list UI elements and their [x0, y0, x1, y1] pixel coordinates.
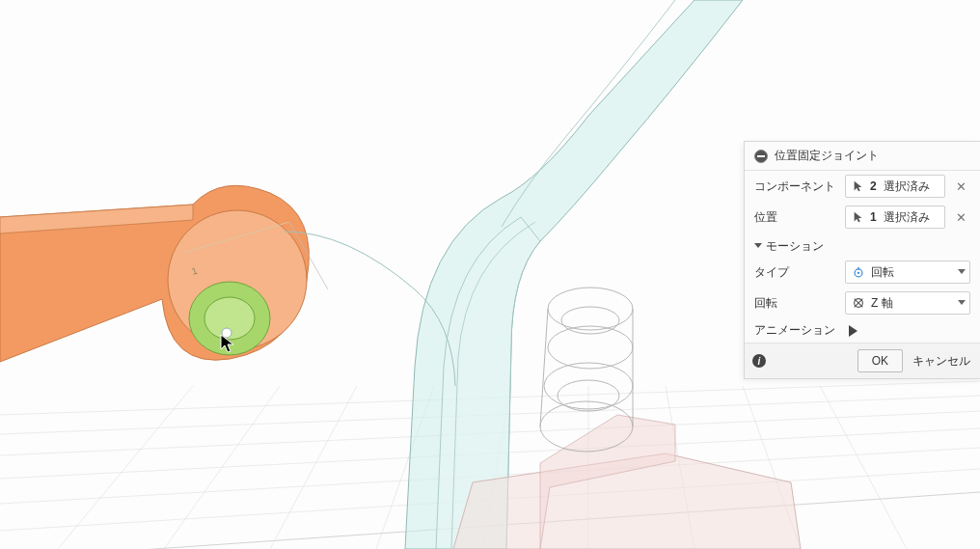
svg-line-20 — [540, 309, 548, 426]
position-label: 位置 — [754, 209, 839, 226]
row-animation: アニメーション — [745, 318, 980, 343]
svg-line-7 — [58, 386, 193, 549]
svg-line-1 — [0, 396, 980, 434]
svg-line-0 — [0, 381, 980, 415]
svg-text:1: 1 — [190, 265, 199, 277]
svg-point-26 — [204, 297, 255, 340]
axis-label: 回転 — [754, 295, 839, 312]
axis-dropdown[interactable]: Z 軸 — [845, 291, 970, 315]
position-picker[interactable]: 1 選択済み — [845, 206, 945, 229]
components-clear-button[interactable]: ✕ — [951, 177, 970, 196]
motion-section-header[interactable]: モーション — [745, 233, 980, 257]
components-picker[interactable]: 2 選択済み — [845, 175, 945, 198]
svg-point-23 — [558, 380, 619, 411]
svg-point-16 — [548, 288, 633, 330]
svg-line-15 — [820, 386, 907, 549]
mouse-cursor-icon — [220, 334, 235, 353]
cursor-arrow-icon — [852, 179, 865, 193]
svg-line-29 — [183, 222, 289, 253]
row-type: タイプ 回転 — [745, 257, 980, 288]
svg-line-6 — [0, 492, 980, 549]
disclosure-triangle-icon — [754, 243, 762, 248]
z-axis-icon — [852, 296, 865, 310]
row-axis: 回転 Z 軸 — [745, 288, 980, 318]
svg-point-22 — [561, 307, 619, 334]
svg-line-14 — [743, 386, 801, 549]
info-icon[interactable]: i — [752, 354, 766, 368]
animation-label: アニメーション — [754, 322, 839, 339]
svg-point-17 — [548, 326, 633, 369]
components-label: コンポーネント — [754, 178, 839, 195]
chevron-down-icon — [958, 300, 966, 305]
dialog-title: 位置固定ジョイント — [775, 148, 879, 164]
ok-button[interactable]: OK — [858, 349, 903, 372]
components-count: 2 — [870, 179, 877, 193]
svg-line-11 — [482, 386, 511, 549]
play-button[interactable] — [849, 325, 858, 337]
svg-point-24 — [168, 210, 307, 349]
dialog-footer: i OK キャンセル — [745, 343, 980, 378]
svg-line-8 — [164, 386, 280, 549]
cancel-button[interactable]: キャンセル — [911, 350, 972, 371]
svg-line-4 — [0, 448, 980, 504]
as-built-joint-dialog: 位置固定ジョイント コンポーネント 2 選択済み ✕ 位置 1 選択済み ✕ モ… — [744, 141, 980, 379]
svg-point-18 — [544, 363, 633, 409]
row-position: 位置 1 選択済み ✕ — [745, 202, 980, 233]
svg-point-25 — [189, 282, 270, 355]
type-dropdown[interactable]: 回転 — [845, 261, 970, 284]
motion-section-label: モーション — [766, 238, 824, 255]
dialog-titlebar[interactable]: 位置固定ジョイント — [745, 142, 980, 171]
svg-line-13 — [666, 386, 694, 549]
type-value: 回転 — [871, 264, 894, 281]
chevron-down-icon — [958, 269, 966, 274]
type-label: タイプ — [754, 264, 839, 281]
collapse-icon[interactable] — [754, 150, 768, 163]
svg-line-28 — [289, 222, 328, 289]
cursor-arrow-icon — [852, 210, 865, 224]
axis-value: Z 軸 — [871, 295, 893, 312]
position-suffix: 選択済み — [884, 209, 930, 226]
svg-line-5 — [0, 469, 980, 531]
components-suffix: 選択済み — [884, 178, 930, 195]
svg-line-10 — [376, 386, 434, 549]
svg-line-3 — [0, 428, 980, 479]
row-components: コンポーネント 2 選択済み ✕ — [745, 171, 980, 202]
revolute-joint-icon — [852, 265, 865, 279]
svg-point-27 — [222, 328, 231, 338]
svg-point-32 — [858, 272, 859, 274]
svg-point-19 — [540, 401, 633, 452]
position-count: 1 — [870, 210, 877, 224]
svg-line-9 — [270, 386, 357, 549]
svg-line-2 — [0, 411, 980, 455]
position-clear-button[interactable]: ✕ — [951, 207, 970, 227]
